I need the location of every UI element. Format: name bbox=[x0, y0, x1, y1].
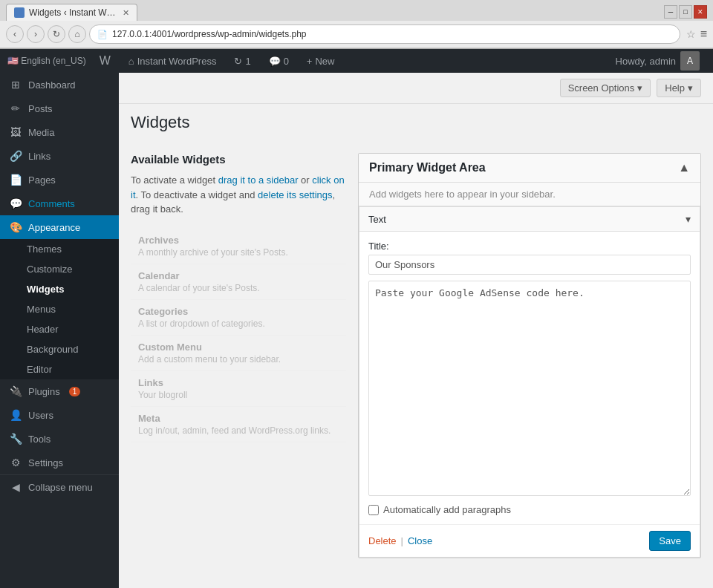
sidebar-label-links: Links bbox=[28, 151, 51, 162]
text-widget-header: Text ▾ bbox=[359, 207, 700, 232]
widget-desc-categories: A list or dropdown of categories. bbox=[138, 318, 339, 329]
help-button[interactable]: Help ▾ bbox=[657, 79, 701, 97]
sidebar-sub-editor[interactable]: Editor bbox=[0, 359, 119, 379]
howdy-text: Howdy, admin bbox=[616, 56, 676, 67]
sidebar-item-plugins[interactable]: 🔌 Plugins 1 bbox=[0, 379, 119, 403]
site-name-item[interactable]: ⌂ Instant WordPress bbox=[124, 49, 221, 73]
sidebar-label-settings: Settings bbox=[28, 457, 63, 468]
sidebar-sub-menus[interactable]: Menus bbox=[0, 299, 119, 319]
sidebar-item-appearance[interactable]: 🎨 Appearance bbox=[0, 215, 119, 239]
widget-name-links: Links bbox=[138, 377, 339, 388]
sidebar-label-pages: Pages bbox=[28, 174, 56, 186]
sidebar-label-comments: Comments bbox=[28, 198, 75, 209]
tools-icon: 🔧 bbox=[9, 433, 22, 445]
widget-desc-calendar: A calendar of your site's Posts. bbox=[138, 283, 339, 293]
widget-item-meta[interactable]: Meta Log in/out, admin, feed and WordPre… bbox=[131, 407, 346, 442]
tab-close-button[interactable]: ✕ bbox=[123, 8, 129, 18]
bookmark-icon[interactable]: ☆ bbox=[686, 28, 696, 40]
sidebar-label-tools: Tools bbox=[28, 434, 51, 445]
text-widget-label: Text bbox=[368, 214, 386, 225]
widget-item-links[interactable]: Links Your blogroll bbox=[131, 371, 346, 407]
widget-desc-links: Your blogroll bbox=[138, 390, 339, 400]
minimize-button[interactable]: ─ bbox=[664, 5, 677, 19]
available-widgets-panel: Available Widgets To activate a widget d… bbox=[131, 153, 346, 558]
howdy-item[interactable]: Howdy, admin A bbox=[610, 51, 706, 71]
widget-name-custom-menu: Custom Menu bbox=[138, 342, 339, 353]
sidebar-item-settings[interactable]: ⚙ Settings bbox=[0, 451, 119, 474]
sidebar-collapse-menu[interactable]: ◀ Collapse menu bbox=[0, 474, 119, 499]
text-widget-body: Title: Paste your Google AdSense code he… bbox=[359, 232, 700, 524]
sidebar-item-comments[interactable]: 💬 Comments bbox=[0, 192, 119, 215]
address-bar[interactable]: 📄 127.0.0.1:4001/wordpress/wp-admin/widg… bbox=[89, 24, 680, 44]
back-button[interactable]: ‹ bbox=[6, 25, 24, 43]
home-button[interactable]: ⌂ bbox=[68, 25, 86, 43]
save-widget-button[interactable]: Save bbox=[649, 531, 691, 551]
sidebar-item-links[interactable]: 🔗 Links bbox=[0, 144, 119, 168]
dashboard-icon: ⊞ bbox=[9, 79, 22, 91]
widgets-instructions: To activate a widget drag it to a sideba… bbox=[131, 173, 346, 217]
comments-item[interactable]: 💬 0 bbox=[264, 49, 293, 73]
reload-button[interactable]: ↻ bbox=[48, 25, 65, 43]
settings-icon: ⚙ bbox=[9, 457, 22, 468]
widget-item-categories[interactable]: Categories A list or dropdown of categor… bbox=[131, 300, 346, 336]
delete-link[interactable]: delete its settings bbox=[258, 189, 332, 200]
sidebar-item-pages[interactable]: 📄 Pages bbox=[0, 168, 119, 192]
tab-title: Widgets ‹ Instant WordPre… bbox=[29, 7, 118, 18]
main-layout: ⊞ Dashboard ✏ Posts 🖼 Media 🔗 Links 📄 Pa… bbox=[0, 73, 713, 588]
delete-widget-link[interactable]: Delete bbox=[368, 535, 397, 546]
sidebar-item-users[interactable]: 👤 Users bbox=[0, 403, 119, 427]
comments-icon: 💬 bbox=[269, 56, 281, 67]
comments-nav-icon: 💬 bbox=[9, 197, 22, 209]
widget-item-custom-menu[interactable]: Custom Menu Add a custom menu to your si… bbox=[131, 336, 346, 371]
sidebar-label-appearance: Appearance bbox=[28, 222, 80, 233]
close-button[interactable]: ✕ bbox=[694, 5, 707, 19]
screen-options-label: Screen Options bbox=[568, 82, 635, 94]
forward-button[interactable]: › bbox=[27, 25, 45, 43]
maximize-button[interactable]: □ bbox=[679, 5, 692, 19]
screen-options-arrow: ▾ bbox=[637, 82, 642, 94]
sidebar-sub-header[interactable]: Header bbox=[0, 319, 119, 339]
sidebar-item-tools[interactable]: 🔧 Tools bbox=[0, 427, 119, 451]
drag-link[interactable]: drag it to a sidebar bbox=[218, 174, 299, 186]
widget-item-archives[interactable]: Archives A monthly archive of your site'… bbox=[131, 229, 346, 264]
widget-area-header: Primary Widget Area ▲ bbox=[359, 154, 700, 183]
widget-content-textarea[interactable]: Paste your Google AdSense code here. bbox=[368, 281, 691, 496]
new-label: New bbox=[315, 56, 334, 67]
posts-icon: ✏ bbox=[9, 102, 22, 114]
plus-icon: + bbox=[307, 56, 313, 67]
collapse-widget-area-button[interactable]: ▲ bbox=[678, 161, 690, 174]
text-widget-toggle[interactable]: ▾ bbox=[686, 213, 691, 225]
browser-menu-icon[interactable]: ≡ bbox=[700, 27, 707, 41]
sidebar-item-media[interactable]: 🖼 Media bbox=[0, 120, 119, 144]
page-title: Widgets bbox=[119, 104, 713, 132]
sidebar-sub-background[interactable]: Background bbox=[0, 339, 119, 359]
sidebar: ⊞ Dashboard ✏ Posts 🖼 Media 🔗 Links 📄 Pa… bbox=[0, 73, 119, 588]
links-icon: 🔗 bbox=[9, 150, 22, 162]
updates-item[interactable]: ↻ 1 bbox=[229, 49, 255, 73]
auto-paragraphs-checkbox[interactable] bbox=[368, 505, 379, 515]
wp-logo-icon: W bbox=[100, 54, 111, 68]
sidebar-item-posts[interactable]: ✏ Posts bbox=[0, 97, 119, 120]
content-header: Screen Options ▾ Help ▾ bbox=[119, 73, 713, 104]
wp-logo-item[interactable]: W bbox=[95, 49, 115, 73]
content-area: Screen Options ▾ Help ▾ Widgets Availabl… bbox=[119, 73, 713, 588]
plugins-badge: 1 bbox=[69, 387, 81, 396]
sidebar-label-media: Media bbox=[28, 127, 54, 138]
sidebar-sub-themes[interactable]: Themes bbox=[0, 239, 119, 259]
new-content-item[interactable]: + New bbox=[302, 49, 339, 73]
sidebar-sub-widgets[interactable]: Widgets bbox=[0, 279, 119, 299]
screen-options-button[interactable]: Screen Options ▾ bbox=[560, 79, 651, 97]
close-widget-link[interactable]: Close bbox=[408, 535, 432, 546]
sidebar-sub-customize[interactable]: Customize bbox=[0, 259, 119, 279]
sidebar-item-dashboard[interactable]: ⊞ Dashboard bbox=[0, 73, 119, 97]
sidebar-label-dashboard: Dashboard bbox=[28, 79, 76, 91]
site-name: Instant WordPress bbox=[137, 56, 217, 67]
widget-area-title: Primary Widget Area bbox=[369, 161, 486, 174]
widget-title-input[interactable] bbox=[368, 255, 691, 275]
widget-item-calendar[interactable]: Calendar A calendar of your site's Posts… bbox=[131, 264, 346, 300]
comments-count: 0 bbox=[284, 56, 289, 67]
browser-tab[interactable]: Widgets ‹ Instant WordPre… ✕ bbox=[6, 4, 137, 21]
widget-desc-archives: A monthly archive of your site's Posts. bbox=[138, 247, 339, 258]
auto-paragraphs-label: Automatically add paragraphs bbox=[383, 504, 511, 515]
lock-icon: 📄 bbox=[97, 30, 108, 39]
